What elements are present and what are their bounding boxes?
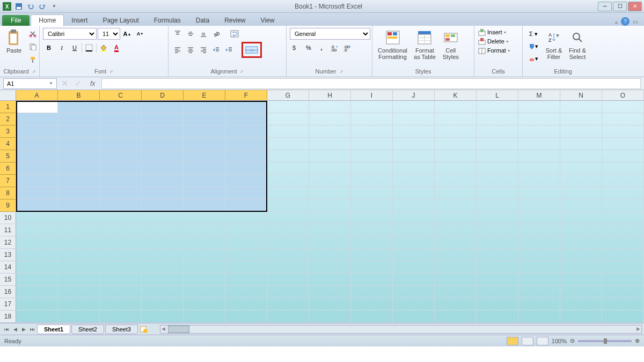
cell[interactable] bbox=[435, 298, 477, 311]
cell[interactable] bbox=[477, 200, 518, 212]
cell[interactable] bbox=[58, 113, 100, 125]
cell[interactable] bbox=[184, 113, 225, 125]
cell[interactable] bbox=[393, 162, 435, 175]
normal-view-icon[interactable] bbox=[507, 337, 518, 345]
cell[interactable] bbox=[602, 150, 644, 162]
col-header-F[interactable]: F bbox=[225, 90, 267, 100]
cell[interactable] bbox=[309, 175, 351, 187]
font-name-select[interactable]: Calibri bbox=[43, 28, 97, 40]
cell[interactable] bbox=[309, 249, 351, 261]
cell[interactable] bbox=[351, 274, 393, 286]
cell[interactable] bbox=[518, 150, 560, 162]
cell[interactable] bbox=[477, 237, 518, 249]
cell[interactable] bbox=[518, 237, 560, 249]
cell[interactable] bbox=[142, 224, 184, 237]
cell[interactable] bbox=[393, 150, 435, 162]
cell[interactable] bbox=[267, 311, 309, 323]
cell[interactable] bbox=[435, 200, 477, 212]
cell[interactable] bbox=[309, 162, 351, 175]
cell[interactable] bbox=[518, 113, 560, 125]
align-bottom-icon[interactable] bbox=[197, 28, 209, 40]
cell[interactable] bbox=[435, 101, 477, 113]
cell[interactable] bbox=[435, 150, 477, 162]
row-header-7[interactable]: 7 bbox=[0, 175, 16, 187]
cell[interactable] bbox=[142, 311, 184, 323]
cell[interactable] bbox=[560, 274, 602, 286]
cell[interactable] bbox=[477, 212, 518, 224]
cell[interactable] bbox=[351, 298, 393, 311]
cell[interactable] bbox=[560, 162, 602, 175]
conditional-formatting-button[interactable]: Conditional Formatting bbox=[376, 28, 409, 67]
cell[interactable] bbox=[267, 162, 309, 175]
tab-data[interactable]: Data bbox=[188, 15, 217, 26]
cell[interactable] bbox=[16, 187, 58, 200]
cell[interactable] bbox=[560, 261, 602, 274]
cell[interactable] bbox=[435, 224, 477, 237]
cell[interactable] bbox=[184, 138, 225, 150]
cell[interactable] bbox=[16, 175, 58, 187]
col-header-D[interactable]: D bbox=[142, 90, 184, 100]
help-icon[interactable]: ? bbox=[621, 17, 630, 26]
h-scroll-thumb[interactable] bbox=[168, 326, 189, 333]
new-sheet-icon[interactable] bbox=[138, 325, 149, 334]
cell[interactable] bbox=[351, 187, 393, 200]
cell[interactable] bbox=[100, 150, 142, 162]
delete-cells-button[interactable]: Delete▼ bbox=[478, 37, 519, 46]
cell[interactable] bbox=[142, 150, 184, 162]
cell[interactable] bbox=[477, 125, 518, 138]
cell[interactable] bbox=[100, 249, 142, 261]
cell[interactable] bbox=[58, 125, 100, 138]
cell[interactable] bbox=[393, 286, 435, 298]
cell[interactable] bbox=[351, 249, 393, 261]
cell[interactable] bbox=[518, 311, 560, 323]
col-header-O[interactable]: O bbox=[602, 90, 644, 100]
cell[interactable] bbox=[184, 150, 225, 162]
cell[interactable] bbox=[184, 175, 225, 187]
col-header-I[interactable]: I bbox=[351, 90, 393, 100]
cell[interactable] bbox=[309, 224, 351, 237]
cell[interactable] bbox=[560, 113, 602, 125]
cell[interactable] bbox=[225, 274, 267, 286]
cell[interactable] bbox=[142, 187, 184, 200]
redo-icon[interactable] bbox=[38, 2, 47, 11]
cell[interactable] bbox=[16, 249, 58, 261]
row-header-9[interactable]: 9 bbox=[0, 200, 16, 212]
cell[interactable] bbox=[602, 101, 644, 113]
cell[interactable] bbox=[393, 175, 435, 187]
cell[interactable] bbox=[435, 311, 477, 323]
close-button[interactable]: ✕ bbox=[628, 2, 642, 11]
cell[interactable] bbox=[225, 261, 267, 274]
italic-icon[interactable]: I bbox=[56, 42, 68, 54]
font-color-icon[interactable]: A bbox=[111, 42, 122, 54]
cell[interactable] bbox=[184, 212, 225, 224]
cell[interactable] bbox=[309, 237, 351, 249]
increase-decimal-icon[interactable]: .0.00 bbox=[328, 42, 340, 54]
cell[interactable] bbox=[351, 113, 393, 125]
fill-icon[interactable]: ▾ bbox=[526, 40, 541, 52]
cell[interactable] bbox=[267, 274, 309, 286]
merge-center-icon[interactable]: ⟷a⟵ bbox=[244, 44, 260, 56]
tab-page-layout[interactable]: Page Layout bbox=[95, 15, 146, 26]
cell[interactable] bbox=[560, 224, 602, 237]
clear-icon[interactable]: ▾ bbox=[526, 53, 541, 64]
cell[interactable] bbox=[100, 200, 142, 212]
cell[interactable] bbox=[184, 162, 225, 175]
cell[interactable] bbox=[602, 286, 644, 298]
spreadsheet-grid[interactable]: 123456789101112131415161718 JAMPENA.COM … bbox=[0, 101, 644, 323]
cell[interactable] bbox=[435, 237, 477, 249]
format-as-table-button[interactable]: Format as Table bbox=[412, 28, 438, 67]
cell[interactable] bbox=[602, 162, 644, 175]
row-header-18[interactable]: 18 bbox=[0, 311, 16, 323]
cell[interactable] bbox=[560, 298, 602, 311]
cell[interactable] bbox=[351, 224, 393, 237]
cell[interactable] bbox=[518, 175, 560, 187]
row-header-11[interactable]: 11 bbox=[0, 224, 16, 237]
cell[interactable] bbox=[16, 286, 58, 298]
col-header-H[interactable]: H bbox=[309, 90, 351, 100]
tab-review[interactable]: Review bbox=[217, 15, 253, 26]
increase-font-icon[interactable]: A▲ bbox=[121, 28, 133, 40]
cell[interactable] bbox=[435, 286, 477, 298]
cell[interactable] bbox=[100, 261, 142, 274]
cell[interactable] bbox=[58, 187, 100, 200]
cell[interactable] bbox=[142, 175, 184, 187]
